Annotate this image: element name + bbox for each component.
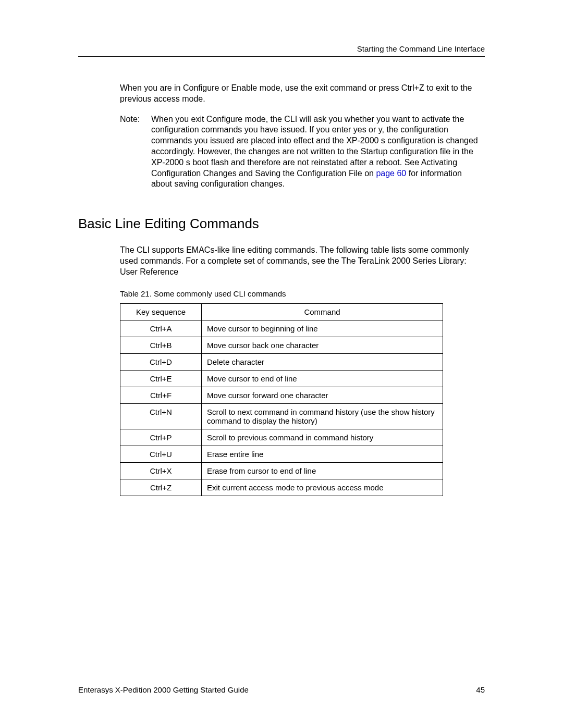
table-row: Ctrl+XErase from cursor to end of line xyxy=(120,462,443,479)
table-row: Ctrl+BMove cursor back one character xyxy=(120,337,443,353)
section-heading: Basic Line Editing Commands xyxy=(78,216,485,232)
command-cell: Move cursor forward one character xyxy=(202,387,443,403)
command-cell: Scroll to next command in command histor… xyxy=(202,403,443,429)
command-cell: Erase entire line xyxy=(202,446,443,462)
table-row: Ctrl+AMove cursor to beginning of line xyxy=(120,320,443,337)
page-60-link[interactable]: page 60 xyxy=(376,169,406,178)
running-title: Starting the Command Line Interface xyxy=(357,44,485,53)
key-sequence-cell: Ctrl+E xyxy=(120,370,202,387)
note-label: Note: xyxy=(120,114,151,190)
key-sequence-cell: Ctrl+X xyxy=(120,462,202,479)
running-header: Starting the Command Line Interface xyxy=(78,44,485,57)
table-row: Ctrl+ZExit current access mode to previo… xyxy=(120,479,443,496)
note-block: Note: When you exit Configure mode, the … xyxy=(120,114,485,190)
table-row: Ctrl+DDelete character xyxy=(120,353,443,370)
key-sequence-cell: Ctrl+U xyxy=(120,446,202,462)
key-sequence-cell: Ctrl+F xyxy=(120,387,202,403)
header-command: Command xyxy=(202,303,443,320)
command-cell: Move cursor to end of line xyxy=(202,370,443,387)
section-intro: The CLI supports EMACs-like line editing… xyxy=(120,245,485,277)
command-cell: Scroll to previous command in command hi… xyxy=(202,429,443,446)
page-footer: Enterasys X-Pedition 2000 Getting Starte… xyxy=(78,685,485,694)
paragraph-configure-exit: When you are in Configure or Enable mode… xyxy=(120,83,485,105)
key-sequence-cell: Ctrl+P xyxy=(120,429,202,446)
key-sequence-cell: Ctrl+N xyxy=(120,403,202,429)
key-sequence-cell: Ctrl+A xyxy=(120,320,202,337)
command-cell: Delete character xyxy=(202,353,443,370)
table-row: Ctrl+NScroll to next command in command … xyxy=(120,403,443,429)
key-sequence-cell: Ctrl+Z xyxy=(120,479,202,496)
table-caption: Table 21. Some commonly used CLI command… xyxy=(120,289,485,298)
command-cell: Move cursor back one character xyxy=(202,337,443,353)
key-sequence-cell: Ctrl+D xyxy=(120,353,202,370)
footer-page-number: 45 xyxy=(476,685,485,694)
key-sequence-cell: Ctrl+B xyxy=(120,337,202,353)
note-content: When you exit Configure mode, the CLI wi… xyxy=(151,114,485,190)
table-header-row: Key sequence Command xyxy=(120,303,443,320)
table-row: Ctrl+UErase entire line xyxy=(120,446,443,462)
header-key-sequence: Key sequence xyxy=(120,303,202,320)
table-row: Ctrl+EMove cursor to end of line xyxy=(120,370,443,387)
cli-commands-table: Key sequence Command Ctrl+AMove cursor t… xyxy=(120,303,443,496)
table-row: Ctrl+PScroll to previous command in comm… xyxy=(120,429,443,446)
command-cell: Erase from cursor to end of line xyxy=(202,462,443,479)
command-cell: Move cursor to beginning of line xyxy=(202,320,443,337)
command-cell: Exit current access mode to previous acc… xyxy=(202,479,443,496)
note-text-1: When you exit Configure mode, the CLI wi… xyxy=(151,115,478,178)
table-row: Ctrl+FMove cursor forward one character xyxy=(120,387,443,403)
footer-book-title: Enterasys X-Pedition 2000 Getting Starte… xyxy=(78,685,249,694)
